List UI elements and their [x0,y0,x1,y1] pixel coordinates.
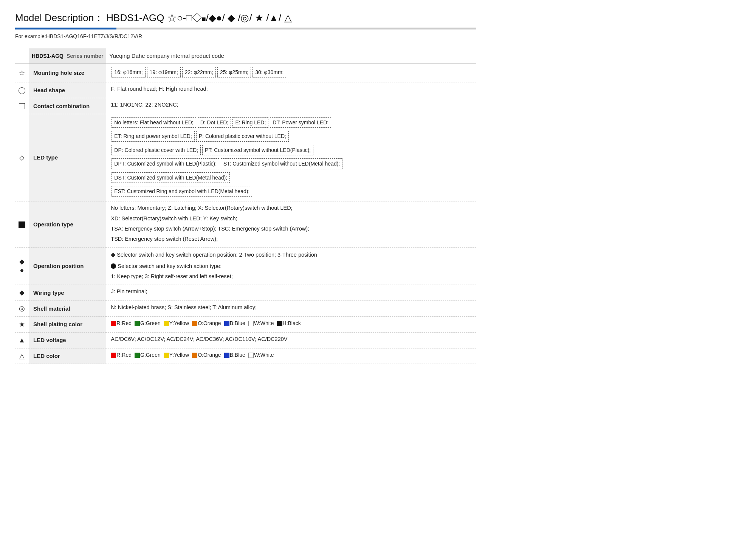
model-code: HBDS1-AGQ ☆○-□◇■/◆●/ ◆ /◎/ ★ /▲/ △ [106,12,291,23]
series-label-cell: HBDS1-AGQ Series number [29,48,106,64]
value-line: TSA: Emergency stop switch (Arrow+Stop);… [111,225,472,233]
label-wiring-type: Wiring type [29,285,106,301]
icon-led-voltage: ▲ [15,332,29,348]
value-line: 1: Keep type; 3: Right self-reset and le… [111,272,472,281]
label-head-shape: Head shape [29,82,106,98]
bordered-item: 16: φ16mm; [112,67,145,77]
value-line: Selector switch and key switch action ty… [111,261,472,271]
row-led-color: △LED colorR:RedG:GreenY:YellowO:OrangeB:… [15,348,476,364]
bordered-item: DP: Colored plastic cover with LED; [112,145,201,155]
color-item: R:Red [111,319,132,327]
value-line: DST: Customized symbol with LED(Metal he… [111,172,472,184]
label-operation-position: Operation position [29,248,106,285]
value-shell-material: N: Nickel-plated brass; S: Stainless ste… [106,301,476,317]
value-line: No letters: Momentary; Z: Latching; X: S… [111,204,472,212]
value-line: EST: Customized Ring and symbol with LED… [111,185,472,197]
color-swatch [164,353,169,358]
value-line: TSD: Emergency stop switch (Reset Arrow)… [111,235,472,243]
value-line: DP: Colored plastic cover with LED;PT: C… [111,144,472,156]
value-operation-position: ◆ Selector switch and key switch operati… [106,248,476,285]
value-contact-combination: 11: 1NO1NC; 22: 2NO2NC; [106,98,476,114]
bordered-item: ET: Ring and power symbol LED; [112,131,194,141]
example-value: HBDS1-AGQ16F-11ETZ/J/S/R/DC12V/R [46,33,142,39]
value-head-shape: F: Flat round head; H: High round head; [106,82,476,98]
color-swatch [192,353,197,358]
bordered-item: P: Colored plastic cover without LED; [196,131,289,141]
value-line: ET: Ring and power symbol LED;P: Colored… [111,130,472,142]
value-line: R:RedG:GreenY:YellowO:OrangeB:BlueW:Whit… [111,319,472,328]
color-item: B:Blue [224,319,245,327]
icon-mounting-hole: ☆ [15,64,29,82]
series-number-label: Series number [65,53,103,59]
value-wiring-type: J: Pin terminal; [106,285,476,301]
value-line: No letters: Flat head without LED;D: Dot… [111,116,472,129]
value-led-type: No letters: Flat head without LED;D: Dot… [106,114,476,201]
bordered-item: PT: Customized symbol without LED(Plasti… [202,145,313,155]
row-head-shape: Head shapeF: Flat round head; H: High ro… [15,82,476,98]
row-shell-material: ◎Shell materialN: Nickel-plated brass; S… [15,301,476,317]
icon-led-color: △ [15,348,29,364]
bordered-item: DPT: Customized symbol with LED(Plastic)… [112,158,219,169]
color-swatch [135,321,140,326]
value-led-voltage: AC/DC6V; AC/DC12V; AC/DC24V; AC/DC36V; A… [106,332,476,348]
progress-bar-container [15,28,476,29]
color-swatch [248,321,254,326]
row-mounting-hole: ☆Mounting hole size16: φ16mm;19: φ19mm;2… [15,64,476,82]
bordered-item: 19: φ19mm; [147,67,181,77]
bordered-item: E: Ring LED; [232,117,268,128]
icon-head-shape [15,82,29,98]
label-contact-combination: Contact combination [29,98,106,114]
color-swatch [111,353,116,358]
value-line: ◆ Selector switch and key switch operati… [111,250,472,260]
bordered-item: ST: Customized symbol without LED(Metal … [221,158,342,169]
label-led-color: LED color [29,348,106,364]
value-line: DPT: Customized symbol with LED(Plastic)… [111,158,472,170]
value-led-color: R:RedG:GreenY:YellowO:OrangeB:BlueW:Whit… [106,348,476,364]
bordered-item: EST: Customized Ring and symbol with LED… [112,186,252,197]
label-led-voltage: LED voltage [29,332,106,348]
bordered-item: 22: φ22mm; [182,67,216,77]
color-swatch [192,321,197,326]
value-line: AC/DC6V; AC/DC12V; AC/DC24V; AC/DC36V; A… [111,335,472,344]
example-line: For example:HBDS1-AGQ16F-11ETZ/J/S/R/DC1… [15,33,476,39]
value-line: 11: 1NO1NC; 22: 2NO2NC; [111,101,472,109]
color-swatch [224,353,229,358]
icon-contact-combination [15,98,29,114]
label-shell-plating-color: Shell plating color [29,317,106,333]
row-contact-combination: Contact combination11: 1NO1NC; 22: 2NO2N… [15,98,476,114]
icon-shell-plating-color: ★ [15,317,29,333]
model-description-label: Model Description： [15,12,104,23]
bordered-item: DST: Customized symbol with LED(Metal he… [112,172,230,183]
value-shell-plating-color: R:RedG:GreenY:YellowO:OrangeB:BlueW:Whit… [106,317,476,333]
bordered-item: 30: φ30mm; [253,67,286,77]
color-swatch [224,321,229,326]
color-item: W:White [248,351,274,359]
color-item: Y:Yellow [164,351,189,359]
color-item: O:Orange [192,319,221,327]
color-item: O:Orange [192,351,221,359]
model-description-table: HBDS1-AGQ Series number Yueqing Dahe com… [15,48,476,364]
color-item: B:Blue [224,351,245,359]
color-swatch [111,321,116,326]
bordered-item: DT: Power symbol LED; [270,117,331,128]
bordered-item: 25: φ25mm; [217,67,251,77]
row-led-voltage: ▲LED voltageAC/DC6V; AC/DC12V; AC/DC24V;… [15,332,476,348]
value-operation-type: No letters: Momentary; Z: Latching; X: S… [106,201,476,248]
color-item: W:White [248,319,274,327]
icon-operation-position: ◆● [15,248,29,285]
icon-wiring-type: ◆ [15,285,29,301]
value-line: J: Pin terminal; [111,287,472,296]
value-mounting-hole: 16: φ16mm;19: φ19mm;22: φ22mm;25: φ25mm;… [106,64,476,82]
row-operation-position: ◆●Operation position◆ Selector switch an… [15,248,476,285]
row-led-type: ◇LED typeNo letters: Flat head without L… [15,114,476,201]
color-swatch [164,321,169,326]
series-icon-cell [15,48,29,64]
icon-shell-material: ◎ [15,301,29,317]
label-operation-type: Operation type [29,201,106,248]
icon-operation-type [15,201,29,248]
row-operation-type: Operation typeNo letters: Momentary; Z: … [15,201,476,248]
bordered-item: No letters: Flat head without LED; [112,117,196,128]
color-swatch [248,353,254,358]
series-row: HBDS1-AGQ Series number Yueqing Dahe com… [15,48,476,64]
value-line: R:RedG:GreenY:YellowO:OrangeB:BlueW:Whit… [111,351,472,359]
